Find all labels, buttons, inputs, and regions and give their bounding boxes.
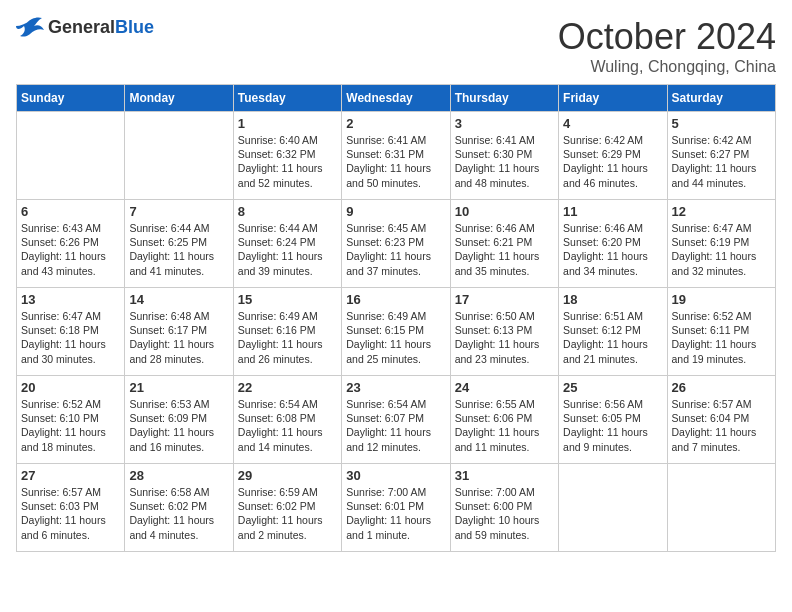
day-number: 7 — [129, 204, 228, 219]
day-detail: Sunrise: 6:42 AMSunset: 6:29 PMDaylight:… — [563, 133, 662, 190]
day-number: 22 — [238, 380, 337, 395]
day-number: 15 — [238, 292, 337, 307]
day-detail: Sunrise: 6:45 AMSunset: 6:23 PMDaylight:… — [346, 221, 445, 278]
day-number: 19 — [672, 292, 771, 307]
logo: GeneralBlue — [16, 16, 154, 38]
logo-blue: Blue — [115, 17, 154, 37]
day-detail: Sunrise: 6:41 AMSunset: 6:30 PMDaylight:… — [455, 133, 554, 190]
calendar-header: SundayMondayTuesdayWednesdayThursdayFrid… — [17, 85, 776, 112]
day-number: 14 — [129, 292, 228, 307]
calendar-cell: 4Sunrise: 6:42 AMSunset: 6:29 PMDaylight… — [559, 112, 667, 200]
day-header-saturday: Saturday — [667, 85, 775, 112]
calendar-cell — [125, 112, 233, 200]
day-detail: Sunrise: 6:44 AMSunset: 6:24 PMDaylight:… — [238, 221, 337, 278]
calendar-cell: 17Sunrise: 6:50 AMSunset: 6:13 PMDayligh… — [450, 288, 558, 376]
day-number: 31 — [455, 468, 554, 483]
day-number: 25 — [563, 380, 662, 395]
calendar-cell: 5Sunrise: 6:42 AMSunset: 6:27 PMDaylight… — [667, 112, 775, 200]
day-header-thursday: Thursday — [450, 85, 558, 112]
calendar-cell — [17, 112, 125, 200]
calendar-cell: 20Sunrise: 6:52 AMSunset: 6:10 PMDayligh… — [17, 376, 125, 464]
calendar-cell: 1Sunrise: 6:40 AMSunset: 6:32 PMDaylight… — [233, 112, 341, 200]
day-detail: Sunrise: 6:52 AMSunset: 6:11 PMDaylight:… — [672, 309, 771, 366]
day-detail: Sunrise: 6:52 AMSunset: 6:10 PMDaylight:… — [21, 397, 120, 454]
calendar-cell: 10Sunrise: 6:46 AMSunset: 6:21 PMDayligh… — [450, 200, 558, 288]
day-detail: Sunrise: 6:57 AMSunset: 6:03 PMDaylight:… — [21, 485, 120, 542]
calendar-cell: 8Sunrise: 6:44 AMSunset: 6:24 PMDaylight… — [233, 200, 341, 288]
logo-icon — [16, 16, 44, 38]
calendar-cell: 15Sunrise: 6:49 AMSunset: 6:16 PMDayligh… — [233, 288, 341, 376]
week-row-1: 1Sunrise: 6:40 AMSunset: 6:32 PMDaylight… — [17, 112, 776, 200]
day-detail: Sunrise: 6:46 AMSunset: 6:21 PMDaylight:… — [455, 221, 554, 278]
week-row-3: 13Sunrise: 6:47 AMSunset: 6:18 PMDayligh… — [17, 288, 776, 376]
day-header-tuesday: Tuesday — [233, 85, 341, 112]
day-detail: Sunrise: 6:49 AMSunset: 6:15 PMDaylight:… — [346, 309, 445, 366]
calendar-cell: 25Sunrise: 6:56 AMSunset: 6:05 PMDayligh… — [559, 376, 667, 464]
calendar-cell: 23Sunrise: 6:54 AMSunset: 6:07 PMDayligh… — [342, 376, 450, 464]
calendar-cell: 26Sunrise: 6:57 AMSunset: 6:04 PMDayligh… — [667, 376, 775, 464]
week-row-5: 27Sunrise: 6:57 AMSunset: 6:03 PMDayligh… — [17, 464, 776, 552]
day-detail: Sunrise: 6:43 AMSunset: 6:26 PMDaylight:… — [21, 221, 120, 278]
calendar-cell: 30Sunrise: 7:00 AMSunset: 6:01 PMDayligh… — [342, 464, 450, 552]
day-number: 16 — [346, 292, 445, 307]
day-detail: Sunrise: 6:55 AMSunset: 6:06 PMDaylight:… — [455, 397, 554, 454]
day-number: 9 — [346, 204, 445, 219]
calendar-cell: 21Sunrise: 6:53 AMSunset: 6:09 PMDayligh… — [125, 376, 233, 464]
calendar-cell: 2Sunrise: 6:41 AMSunset: 6:31 PMDaylight… — [342, 112, 450, 200]
calendar-cell: 11Sunrise: 6:46 AMSunset: 6:20 PMDayligh… — [559, 200, 667, 288]
day-detail: Sunrise: 7:00 AMSunset: 6:00 PMDaylight:… — [455, 485, 554, 542]
month-title: October 2024 — [558, 16, 776, 58]
calendar-cell: 6Sunrise: 6:43 AMSunset: 6:26 PMDaylight… — [17, 200, 125, 288]
day-number: 2 — [346, 116, 445, 131]
day-number: 28 — [129, 468, 228, 483]
day-number: 21 — [129, 380, 228, 395]
calendar-cell: 31Sunrise: 7:00 AMSunset: 6:00 PMDayligh… — [450, 464, 558, 552]
calendar-cell — [559, 464, 667, 552]
calendar-cell: 14Sunrise: 6:48 AMSunset: 6:17 PMDayligh… — [125, 288, 233, 376]
day-header-friday: Friday — [559, 85, 667, 112]
logo-general: General — [48, 17, 115, 37]
days-of-week-row: SundayMondayTuesdayWednesdayThursdayFrid… — [17, 85, 776, 112]
day-detail: Sunrise: 6:53 AMSunset: 6:09 PMDaylight:… — [129, 397, 228, 454]
day-detail: Sunrise: 6:50 AMSunset: 6:13 PMDaylight:… — [455, 309, 554, 366]
day-header-monday: Monday — [125, 85, 233, 112]
calendar-cell: 22Sunrise: 6:54 AMSunset: 6:08 PMDayligh… — [233, 376, 341, 464]
day-detail: Sunrise: 6:54 AMSunset: 6:07 PMDaylight:… — [346, 397, 445, 454]
day-detail: Sunrise: 6:41 AMSunset: 6:31 PMDaylight:… — [346, 133, 445, 190]
day-number: 29 — [238, 468, 337, 483]
calendar-cell: 19Sunrise: 6:52 AMSunset: 6:11 PMDayligh… — [667, 288, 775, 376]
day-number: 6 — [21, 204, 120, 219]
day-header-wednesday: Wednesday — [342, 85, 450, 112]
day-number: 8 — [238, 204, 337, 219]
calendar-cell: 3Sunrise: 6:41 AMSunset: 6:30 PMDaylight… — [450, 112, 558, 200]
calendar-body: 1Sunrise: 6:40 AMSunset: 6:32 PMDaylight… — [17, 112, 776, 552]
calendar-cell: 16Sunrise: 6:49 AMSunset: 6:15 PMDayligh… — [342, 288, 450, 376]
day-number: 11 — [563, 204, 662, 219]
day-detail: Sunrise: 6:46 AMSunset: 6:20 PMDaylight:… — [563, 221, 662, 278]
calendar-cell: 12Sunrise: 6:47 AMSunset: 6:19 PMDayligh… — [667, 200, 775, 288]
day-number: 26 — [672, 380, 771, 395]
day-number: 12 — [672, 204, 771, 219]
day-number: 30 — [346, 468, 445, 483]
day-detail: Sunrise: 6:49 AMSunset: 6:16 PMDaylight:… — [238, 309, 337, 366]
calendar-cell — [667, 464, 775, 552]
day-detail: Sunrise: 6:47 AMSunset: 6:19 PMDaylight:… — [672, 221, 771, 278]
day-detail: Sunrise: 6:59 AMSunset: 6:02 PMDaylight:… — [238, 485, 337, 542]
day-detail: Sunrise: 7:00 AMSunset: 6:01 PMDaylight:… — [346, 485, 445, 542]
day-number: 27 — [21, 468, 120, 483]
day-number: 10 — [455, 204, 554, 219]
calendar-cell: 29Sunrise: 6:59 AMSunset: 6:02 PMDayligh… — [233, 464, 341, 552]
calendar-cell: 7Sunrise: 6:44 AMSunset: 6:25 PMDaylight… — [125, 200, 233, 288]
day-number: 24 — [455, 380, 554, 395]
day-detail: Sunrise: 6:56 AMSunset: 6:05 PMDaylight:… — [563, 397, 662, 454]
week-row-2: 6Sunrise: 6:43 AMSunset: 6:26 PMDaylight… — [17, 200, 776, 288]
calendar-cell: 28Sunrise: 6:58 AMSunset: 6:02 PMDayligh… — [125, 464, 233, 552]
day-number: 18 — [563, 292, 662, 307]
day-number: 5 — [672, 116, 771, 131]
calendar-table: SundayMondayTuesdayWednesdayThursdayFrid… — [16, 84, 776, 552]
day-detail: Sunrise: 6:58 AMSunset: 6:02 PMDaylight:… — [129, 485, 228, 542]
calendar-cell: 9Sunrise: 6:45 AMSunset: 6:23 PMDaylight… — [342, 200, 450, 288]
day-detail: Sunrise: 6:51 AMSunset: 6:12 PMDaylight:… — [563, 309, 662, 366]
day-number: 3 — [455, 116, 554, 131]
logo-text: GeneralBlue — [48, 17, 154, 38]
